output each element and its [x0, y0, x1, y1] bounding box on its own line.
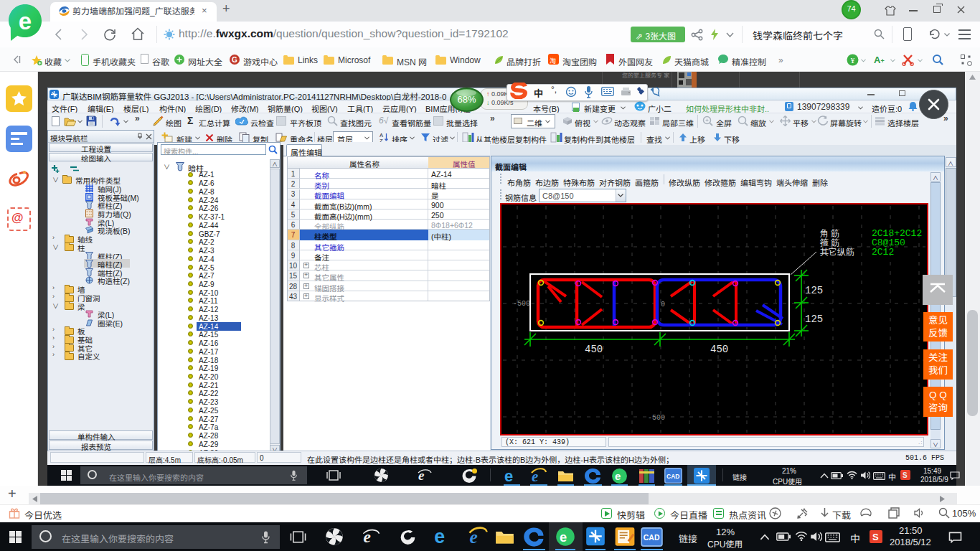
- svg-text:-500: -500: [648, 414, 665, 422]
- svg-text:125: 125: [805, 314, 823, 325]
- svg-text:0: 0: [661, 301, 665, 309]
- svg-text:¥: ¥: [851, 56, 855, 65]
- svg-text:450: 450: [585, 344, 603, 355]
- svg-text:e: e: [504, 468, 513, 484]
- svg-text:-500: -500: [513, 300, 530, 308]
- svg-text:角 筋: 角 筋: [819, 228, 839, 238]
- svg-text:125: 125: [805, 285, 823, 296]
- svg-text:其它纵筋: 其它纵筋: [820, 247, 854, 257]
- svg-text:e: e: [19, 8, 32, 34]
- svg-text:CAD: CAD: [666, 473, 679, 480]
- svg-text:e: e: [615, 470, 621, 482]
- svg-text:G: G: [232, 56, 237, 64]
- svg-text:e: e: [434, 527, 445, 547]
- svg-text:CAD: CAD: [644, 534, 660, 542]
- svg-text:e: e: [560, 529, 567, 545]
- svg-text:450: 450: [710, 344, 728, 355]
- svg-text:2C12: 2C12: [872, 247, 894, 258]
- svg-text:箍 筋: 箍 筋: [820, 237, 839, 248]
